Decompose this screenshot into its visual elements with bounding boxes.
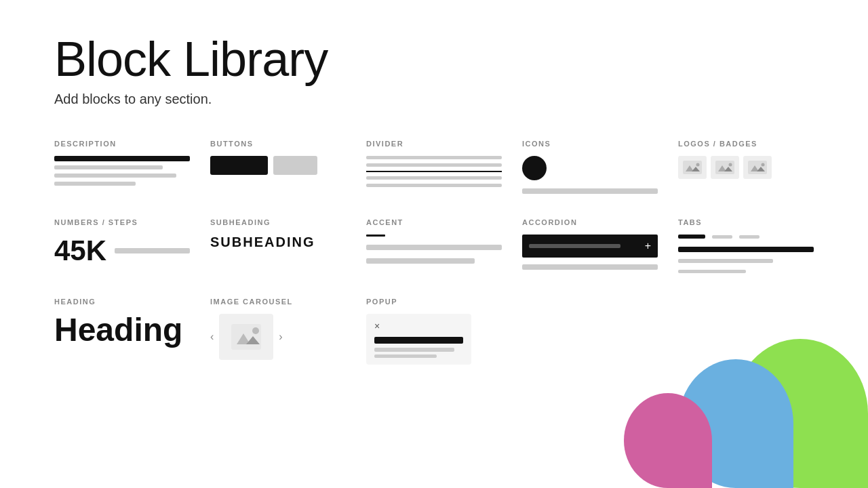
desc-line-4 — [54, 182, 136, 186]
divider-bottom-line-2 — [366, 184, 502, 187]
svg-point-7 — [729, 163, 732, 167]
tab-inactive-1 — [712, 235, 732, 239]
heading-preview: Heading — [54, 314, 190, 346]
block-accordion-label: ACCORDION — [522, 218, 658, 226]
logos-preview — [678, 156, 814, 179]
icon-circle-preview — [522, 156, 547, 180]
carousel-container: ‹ › — [210, 314, 346, 360]
desc-line-dark — [54, 156, 190, 161]
buttons-preview — [210, 156, 346, 175]
block-icons[interactable]: ICONS — [522, 140, 658, 194]
buttons-row — [210, 156, 346, 175]
main-content: Block Library Add blocks to any section.… — [0, 0, 868, 397]
popup-box: × — [366, 314, 471, 365]
block-numbers-label: NUMBERS / STEPS — [54, 218, 190, 226]
block-heading-label: HEADING — [54, 298, 190, 306]
block-description-label: DESCRIPTION — [54, 140, 190, 148]
accordion-collapsed-line — [522, 264, 658, 270]
popup-close-row: × — [374, 321, 463, 331]
carousel-preview: ‹ › — [210, 314, 346, 360]
divider-preview — [366, 156, 502, 187]
svg-rect-0 — [683, 161, 702, 174]
icon-text-line — [522, 188, 658, 194]
svg-point-3 — [696, 163, 700, 167]
block-image-carousel[interactable]: IMAGE CAROUSEL ‹ › — [210, 298, 346, 365]
mountain-icon-3 — [748, 161, 767, 174]
carousel-image-box — [219, 314, 273, 360]
block-numbers-steps[interactable]: NUMBERS / STEPS 45K — [54, 218, 190, 273]
block-accordion[interactable]: ACCORDION + — [522, 218, 658, 273]
carousel-next-arrow[interactable]: › — [279, 331, 282, 343]
popup-content-3 — [374, 354, 437, 358]
popup-preview: × — [366, 314, 502, 365]
number-line — [115, 248, 190, 253]
subheading-text-value: SUBHEADING — [210, 235, 346, 250]
tabs-content-1 — [678, 247, 814, 252]
block-popup[interactable]: POPUP × — [366, 298, 502, 365]
popup-content-1 — [374, 337, 463, 344]
block-description[interactable]: DESCRIPTION — [54, 140, 190, 194]
desc-line-3 — [54, 174, 176, 178]
btn-primary-preview — [210, 156, 268, 175]
numbers-preview: 45K — [54, 235, 190, 267]
logo-box-3 — [743, 156, 772, 179]
mountain-icon-1 — [683, 161, 702, 174]
block-popup-label: POPUP — [366, 298, 502, 306]
block-divider[interactable]: DIVIDER — [366, 140, 502, 194]
divider-main-line — [366, 171, 502, 172]
blob-pink — [624, 393, 712, 488]
accordion-plus-icon: + — [645, 240, 651, 252]
block-divider-label: DIVIDER — [366, 140, 502, 148]
accent-preview — [366, 235, 502, 264]
mountain-icon-2 — [715, 161, 734, 174]
block-buttons-label: BUTTONS — [210, 140, 346, 148]
tabs-header-row — [678, 235, 814, 239]
logo-box-1 — [678, 156, 707, 179]
subheading-preview: SUBHEADING — [210, 235, 346, 250]
block-tabs-label: TABS — [678, 218, 814, 226]
divider-top-line — [366, 156, 502, 159]
tab-inactive-2 — [739, 235, 760, 239]
icons-preview — [522, 156, 658, 194]
tabs-preview — [678, 235, 814, 273]
description-preview — [54, 156, 190, 186]
block-subheading[interactable]: SUBHEADING SUBHEADING — [210, 218, 346, 273]
block-logos-label: LOGOS / BADGES — [678, 140, 814, 148]
number-row: 45K — [54, 235, 190, 267]
page-title: Block Library — [54, 33, 814, 86]
logos-row — [678, 156, 814, 179]
divider-top-line-2 — [366, 163, 502, 167]
block-accent[interactable]: ACCENT — [366, 218, 502, 273]
block-carousel-label: IMAGE CAROUSEL — [210, 298, 346, 306]
block-logos-badges[interactable]: LOGOS / BADGES — [678, 140, 814, 194]
block-accent-label: ACCENT — [366, 218, 502, 226]
desc-line-2 — [54, 165, 163, 169]
blocks-row-3: HEADING Heading IMAGE CAROUSEL ‹ — [54, 298, 814, 365]
svg-rect-4 — [715, 161, 734, 174]
accordion-title-line — [529, 244, 620, 248]
block-icons-label: ICONS — [522, 140, 658, 148]
carousel-image-icon — [231, 324, 261, 350]
block-buttons[interactable]: BUTTONS — [210, 140, 346, 194]
logo-box-2 — [711, 156, 739, 179]
btn-secondary-preview — [273, 156, 317, 175]
blocks-row-2: NUMBERS / STEPS 45K SUBHEADING SUBHEADIN… — [54, 218, 814, 273]
divider-bottom-line — [366, 176, 502, 180]
page-subtitle: Add blocks to any section. — [54, 92, 814, 107]
tabs-content-3 — [678, 270, 746, 273]
number-big-value: 45K — [54, 235, 106, 267]
tabs-content-2 — [678, 259, 773, 263]
accordion-preview: + — [522, 235, 658, 270]
tab-active-indicator — [678, 235, 705, 239]
svg-point-15 — [252, 327, 259, 334]
accent-desc-line-2 — [366, 258, 475, 264]
svg-rect-8 — [748, 161, 767, 174]
accent-line — [366, 235, 385, 237]
popup-close-button[interactable]: × — [374, 321, 380, 331]
block-heading[interactable]: HEADING Heading — [54, 298, 190, 365]
block-tabs[interactable]: TABS — [678, 218, 814, 273]
carousel-prev-arrow[interactable]: ‹ — [210, 331, 214, 343]
block-subheading-label: SUBHEADING — [210, 218, 346, 226]
accordion-row: + — [522, 235, 658, 258]
popup-content-2 — [374, 348, 454, 352]
